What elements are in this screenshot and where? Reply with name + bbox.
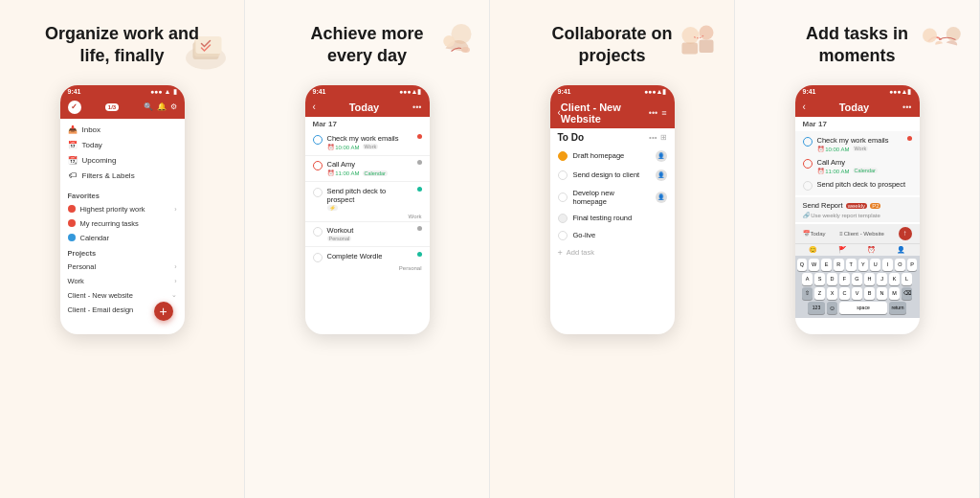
more-icon-4[interactable]: ••• <box>902 102 911 112</box>
key-j[interactable]: J <box>877 273 887 285</box>
task-check-1[interactable] <box>313 135 323 145</box>
key-m[interactable]: M <box>889 287 900 300</box>
key-return[interactable]: return <box>889 302 906 314</box>
nav-item-filters[interactable]: 🏷 Filters & Labels <box>60 169 185 184</box>
fav-item-2[interactable]: My recurring tasks <box>60 216 185 231</box>
nav-item-today[interactable]: 📅 Today <box>60 138 185 153</box>
todo-item-2[interactable]: Send design to client 👤 <box>550 166 675 185</box>
emoji-smile[interactable]: 😊 <box>809 246 817 254</box>
todo-item-4[interactable]: Final testing round <box>550 210 675 227</box>
key-e[interactable]: E <box>821 259 832 271</box>
task-tag-1: Work <box>363 144 379 149</box>
key-k[interactable]: K <box>889 273 900 285</box>
fab-add-task[interactable]: + <box>154 302 173 321</box>
task-check-3[interactable] <box>313 188 323 197</box>
task-check-2[interactable] <box>313 161 323 170</box>
key-y[interactable]: Y <box>858 259 869 271</box>
key-x[interactable]: X <box>827 287 837 300</box>
p4-check-2[interactable] <box>803 159 813 169</box>
todo-check-4[interactable] <box>558 214 568 223</box>
p4-check-1[interactable] <box>803 137 813 147</box>
svg-point-11 <box>923 29 937 43</box>
back-arrow-4[interactable]: ‹ <box>803 102 806 112</box>
proj-item-personal[interactable]: Personal › <box>60 260 185 274</box>
back-arrow-2[interactable]: ‹ <box>313 102 316 112</box>
todo-item-1[interactable]: Draft homepage 👤 <box>550 147 675 166</box>
panel-1-heading: Organize work andlife, finally <box>45 23 199 68</box>
key-c[interactable]: C <box>839 287 850 300</box>
key-i[interactable]: I <box>882 259 893 271</box>
key-u[interactable]: U <box>870 259 880 271</box>
kb-row-4: 123 ☺ space return <box>797 302 918 314</box>
todo-check-3[interactable] <box>558 192 568 202</box>
key-z[interactable]: Z <box>814 287 825 300</box>
send-button[interactable]: ↑ <box>899 227 912 240</box>
illustration-4 <box>914 17 971 69</box>
key-r[interactable]: R <box>834 259 844 271</box>
svg-point-7 <box>682 27 700 44</box>
todo-sort-icon[interactable]: ⊞ <box>660 133 667 142</box>
project-picker[interactable]: ≡ Client - Website <box>839 231 884 237</box>
proj-label-client-email: Client - Email design <box>68 306 134 314</box>
task-input-area[interactable]: Send Report weekly P2 🔗 Use weekly repor… <box>795 197 920 222</box>
todo-text-4: Final testing round <box>573 214 667 222</box>
nav-item-inbox[interactable]: 📥 Inbox <box>60 123 185 138</box>
task-tag-3: ⚡ <box>327 205 338 211</box>
key-shift[interactable]: ⇧ <box>802 287 813 300</box>
key-o[interactable]: O <box>895 259 905 271</box>
key-b[interactable]: B <box>864 287 875 300</box>
today-picker[interactable]: 📅 Today <box>803 230 826 237</box>
key-n[interactable]: N <box>877 287 887 300</box>
emoji-clock[interactable]: ⏰ <box>867 246 876 254</box>
panel-organize: Organize work andlife, finally 9:41 ●●●▲… <box>0 0 245 498</box>
key-space[interactable]: space <box>839 302 887 314</box>
todo-check-5[interactable] <box>558 231 568 240</box>
task-check-4[interactable] <box>313 227 323 237</box>
key-w[interactable]: W <box>809 259 819 271</box>
more-icon-2[interactable]: ••• <box>412 102 421 112</box>
proj-item-client-new[interactable]: Client - New website ⌄ <box>60 288 185 303</box>
key-emoji[interactable]: ☺ <box>827 302 837 314</box>
key-t[interactable]: T <box>846 259 857 271</box>
key-d[interactable]: D <box>827 273 837 285</box>
fav-item-1[interactable]: Highest priority work › <box>60 202 185 216</box>
emoji-flag[interactable]: 🚩 <box>838 246 847 254</box>
task-check-5[interactable] <box>313 253 323 262</box>
panel-2-heading: Achieve moreevery day <box>310 23 423 68</box>
add-task-row[interactable]: + Add task <box>550 244 675 261</box>
todo-item-3[interactable]: Develop new homepage 👤 <box>550 185 675 210</box>
key-f[interactable]: F <box>839 273 850 285</box>
fav-item-3[interactable]: Calendar <box>60 231 185 245</box>
bell-icon[interactable]: 🔔 <box>157 102 167 111</box>
todo-more-icon[interactable]: ••• <box>649 133 657 142</box>
todo-check-1[interactable] <box>558 151 568 161</box>
task-time-2: ⏰ 11:00 AM <box>327 170 360 176</box>
nav-item-upcoming[interactable]: 📆 Upcoming <box>60 153 185 169</box>
key-a[interactable]: A <box>802 273 813 285</box>
proj-label-work: Work <box>68 277 84 285</box>
key-s[interactable]: S <box>814 273 825 285</box>
signal-4: ●●●▲▮ <box>889 88 912 96</box>
key-p[interactable]: P <box>907 259 918 271</box>
key-l[interactable]: L <box>902 273 912 285</box>
more-icon-3[interactable]: ••• <box>649 108 657 118</box>
panel-collaborate: Collaborate onprojects 9:41 ●●●▲▮ ‹ Clie… <box>490 0 735 498</box>
search-icon[interactable]: 🔍 <box>144 102 153 111</box>
key-123[interactable]: 123 <box>808 302 825 314</box>
settings-icon[interactable]: ⚙ <box>170 102 177 111</box>
key-q[interactable]: Q <box>797 259 808 271</box>
key-backspace[interactable]: ⌫ <box>902 287 912 300</box>
key-v[interactable]: V <box>852 287 862 300</box>
phone-2: 9:41 ●●●▲▮ ‹ Today ••• Mar 17 Check my w… <box>305 85 430 334</box>
task-meta-2: ⏰ 11:00 AM Calendar <box>327 170 412 176</box>
key-h[interactable]: H <box>864 273 875 285</box>
sort-icon-3[interactable]: ≡ <box>661 108 666 118</box>
p4-check-3[interactable] <box>803 181 813 191</box>
proj-item-work[interactable]: Work › <box>60 274 185 288</box>
key-g[interactable]: G <box>852 273 862 285</box>
emoji-person[interactable]: 👤 <box>897 246 905 254</box>
phone-4: 9:41 ●●●▲▮ ‹ Today ••• Mar 17 Check my w… <box>795 85 920 334</box>
todo-check-2[interactable] <box>558 170 568 180</box>
todo-item-5[interactable]: Go-live <box>550 227 675 244</box>
time-3: 9:41 <box>558 88 571 95</box>
